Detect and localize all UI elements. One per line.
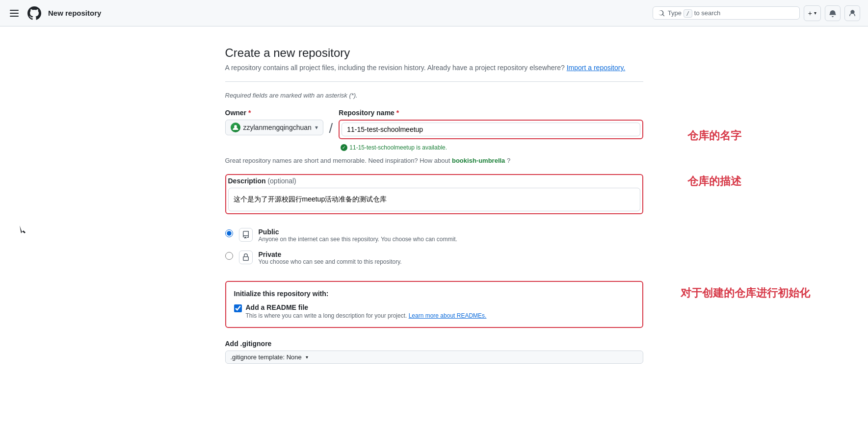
annotation-description: 仓库的描述 <box>687 174 741 189</box>
description-wrapper: Description (optional) <box>225 174 643 214</box>
page-heading: Create a new repository <box>225 46 643 60</box>
add-button[interactable]: + ▾ <box>804 5 821 21</box>
repo-name-required: * <box>396 109 399 117</box>
readme-checkbox-row: Add a README file This is where you can … <box>234 303 634 319</box>
readme-desc: This is where you can write a long descr… <box>246 312 487 319</box>
public-desc: Anyone on the internet can see this repo… <box>259 236 643 243</box>
readme-checkbox[interactable] <box>234 304 242 312</box>
public-text: Public Anyone on the internet can see th… <box>259 228 643 243</box>
required-note: Required fields are marked with an aster… <box>225 92 643 99</box>
gitignore-title: Add .gitignore <box>225 340 643 348</box>
private-option: Private You choose who can see and commi… <box>225 247 643 269</box>
gitignore-section: Add .gitignore .gitignore template: None… <box>225 340 643 364</box>
divider <box>225 81 643 82</box>
bell-icon <box>829 9 837 17</box>
main-content: Create a new repository A repository con… <box>213 26 655 393</box>
hamburger-icon[interactable] <box>8 8 21 19</box>
header-right: Type / to search + ▾ <box>653 5 860 21</box>
private-radio[interactable] <box>225 252 233 260</box>
search-bar[interactable]: Type / to search <box>653 6 800 20</box>
page-subtitle: A repository contains all project files,… <box>225 64 643 72</box>
inspiration-text: Great repository names are short and mem… <box>225 157 643 164</box>
private-icon <box>239 251 253 264</box>
public-option: Public Anyone on the internet can see th… <box>225 224 643 247</box>
annotation-repo-name: 仓库的名字 <box>687 128 741 143</box>
owner-select[interactable]: zzylanmengqingchuan ▾ <box>225 120 323 135</box>
svg-point-0 <box>234 125 237 128</box>
owner-value: zzylanmengqingchuan <box>243 124 312 131</box>
repo-name-group: Repository name * ✓ 11-15-test-schoolmee… <box>339 109 643 151</box>
profile-button[interactable] <box>844 5 860 21</box>
readme-label: Add a README file <box>246 303 487 311</box>
description-input[interactable] <box>228 188 640 211</box>
avatar <box>231 123 240 132</box>
owner-repo-row: Owner * zzylanmengqingchuan ▾ / Reposito… <box>225 109 643 151</box>
annotation-initialize: 对于创建的仓库进行初始化 <box>681 286 810 301</box>
repo-name-wrapper <box>339 120 643 139</box>
header: New repository Type / to search + ▾ <box>0 0 868 26</box>
slash-separator: / <box>329 109 333 136</box>
chevron-down-icon: ▾ <box>306 354 308 360</box>
check-circle-icon: ✓ <box>341 144 347 151</box>
initialize-wrapper: Initialize this repository with: Add a R… <box>225 281 643 328</box>
private-label: Private <box>259 251 643 258</box>
private-text: Private You choose who can see and commi… <box>259 251 643 265</box>
owner-group: Owner * zzylanmengqingchuan ▾ <box>225 109 323 135</box>
cursor <box>20 226 26 234</box>
plus-icon: + <box>808 9 812 17</box>
readme-label-group: Add a README file This is where you can … <box>246 303 487 319</box>
description-label: Description (optional) <box>228 177 640 185</box>
chevron-down-icon: ▾ <box>814 10 816 16</box>
gitignore-value: .gitignore template: None <box>231 353 302 361</box>
notifications-button[interactable] <box>825 5 841 21</box>
readme-link[interactable]: Learn more about READMEs. <box>409 312 487 319</box>
header-title: New repository <box>48 9 101 17</box>
search-icon <box>658 10 665 17</box>
public-label: Public <box>259 228 643 236</box>
availability-message: ✓ 11-15-test-schoolmeetup is available. <box>339 144 643 151</box>
optional-text: (optional) <box>267 177 296 185</box>
owner-label: Owner * <box>225 109 323 117</box>
gitignore-select[interactable]: .gitignore template: None ▾ <box>225 351 643 364</box>
search-bar-text: Type / to search <box>668 9 794 17</box>
github-logo-icon <box>26 5 42 21</box>
visibility-section: Public Anyone on the internet can see th… <box>225 224 643 269</box>
public-icon <box>239 228 253 242</box>
repo-name-label: Repository name * <box>339 109 643 117</box>
person-icon <box>848 9 856 17</box>
availability-text: 11-15-test-schoolmeetup is available. <box>349 144 447 151</box>
inspiration-suggestion[interactable]: bookish-umbrella <box>452 157 505 164</box>
repo-name-input[interactable] <box>342 123 640 136</box>
private-desc: You choose who can see and commit to thi… <box>259 258 643 265</box>
header-left: New repository <box>8 5 647 21</box>
import-link[interactable]: Import a repository. <box>567 64 626 72</box>
owner-required: * <box>248 109 251 117</box>
chevron-down-icon: ▾ <box>315 124 318 131</box>
initialize-title: Initialize this repository with: <box>234 290 634 298</box>
public-radio[interactable] <box>225 229 233 237</box>
